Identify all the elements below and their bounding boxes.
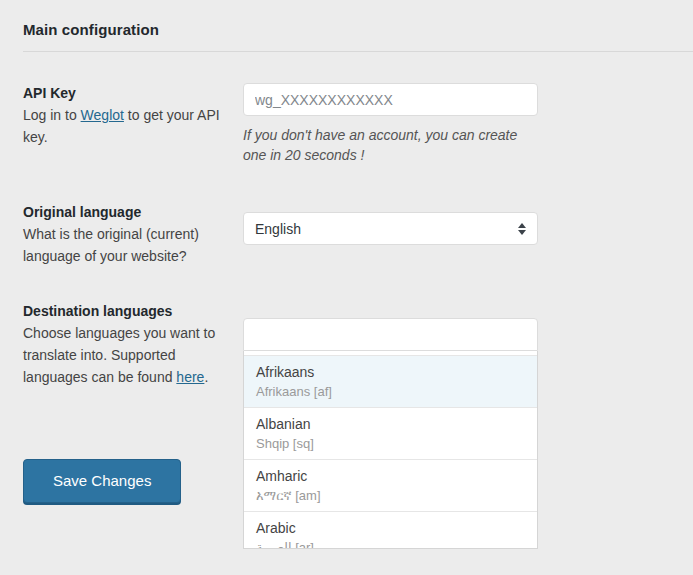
original-language-selected-value: English bbox=[255, 221, 301, 237]
language-options-dropdown: Afrikaans Afrikaans [af] Albanian Shqip … bbox=[243, 351, 538, 549]
original-language-description: What is the original (current) language … bbox=[23, 223, 233, 267]
language-option-native: Afrikaans [af] bbox=[256, 382, 525, 402]
language-option-name: Arabic bbox=[256, 518, 525, 538]
destination-languages-row: Destination languages Choose languages y… bbox=[23, 301, 693, 549]
supported-languages-here-link[interactable]: here bbox=[176, 369, 204, 385]
api-key-desc-prefix: Log in to bbox=[23, 107, 81, 123]
api-key-row: API Key Log in to Weglot to get your API… bbox=[23, 83, 693, 165]
main-configuration-form: API Key Log in to Weglot to get your API… bbox=[23, 83, 693, 549]
original-language-row: Original language What is the original (… bbox=[23, 202, 693, 267]
section-header: Main configuration bbox=[23, 0, 693, 52]
language-option-name: Amharic bbox=[256, 466, 525, 486]
arrow-down-icon bbox=[518, 230, 526, 235]
language-option-arabic[interactable]: Arabic العربية [ar] bbox=[244, 511, 537, 549]
weglot-link[interactable]: Weglot bbox=[81, 107, 124, 123]
language-option-native: العربية [ar] bbox=[256, 538, 525, 549]
api-key-input[interactable] bbox=[243, 83, 538, 116]
destination-language-search-input[interactable] bbox=[243, 318, 538, 351]
language-option-name: Albanian bbox=[256, 414, 525, 434]
language-option-albanian[interactable]: Albanian Shqip [sq] bbox=[244, 407, 537, 459]
language-option-native: Shqip [sq] bbox=[256, 434, 525, 454]
original-language-label: Original language bbox=[23, 202, 233, 223]
language-option-name: Afrikaans bbox=[256, 362, 525, 382]
page-title: Main configuration bbox=[23, 21, 693, 38]
destination-languages-description: Choose languages you want to translate i… bbox=[23, 322, 233, 388]
destination-languages-label: Destination languages bbox=[23, 301, 233, 322]
language-option-afrikaans[interactable]: Afrikaans Afrikaans [af] bbox=[244, 355, 537, 407]
arrow-up-icon bbox=[518, 223, 526, 228]
api-key-label: API Key bbox=[23, 83, 233, 104]
language-option-native: አማርኛ [am] bbox=[256, 486, 525, 506]
save-changes-button[interactable]: Save Changes bbox=[23, 459, 181, 503]
language-option-amharic[interactable]: Amharic አማርኛ [am] bbox=[244, 459, 537, 511]
api-key-description: Log in to Weglot to get your API key. bbox=[23, 104, 233, 148]
dest-desc-suffix: . bbox=[204, 369, 208, 385]
select-updown-arrows-icon bbox=[518, 223, 526, 235]
original-language-select[interactable]: English bbox=[243, 212, 538, 245]
account-note: If you don't have an account, you can cr… bbox=[243, 125, 538, 165]
